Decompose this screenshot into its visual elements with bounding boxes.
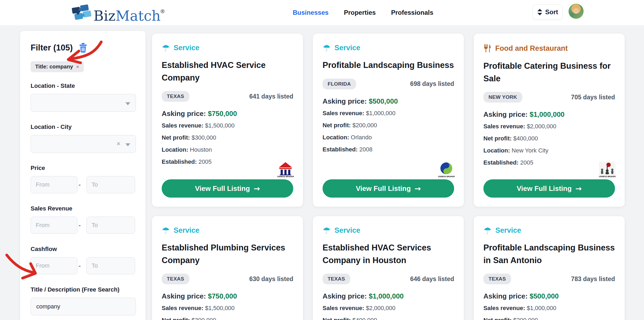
umbrella-icon: ☂ — [483, 227, 491, 235]
card-field: Net profit: $200,000 — [483, 317, 615, 320]
field-value: $500,000 — [530, 292, 559, 300]
card-field: Asking price: $500,000 — [483, 292, 615, 300]
price-to-input[interactable] — [86, 176, 135, 193]
filter-title: Filter (105) — [31, 43, 73, 53]
field-value: 2008 — [359, 146, 372, 153]
listing-card[interactable]: ☂ServiceEstablished HVAC Service Company… — [152, 34, 303, 207]
card-badge-row: FLORIDA698 days listed — [323, 79, 454, 89]
card-field: Location: Houston — [162, 146, 293, 154]
card-title: Profitable Landscaping Business — [323, 59, 454, 72]
field-label: Net profit: — [323, 317, 352, 320]
field-value: $1,000,000 — [527, 305, 556, 311]
state-badge: TEXAS — [162, 91, 189, 102]
field-value: $1,000,000 — [369, 292, 404, 300]
field-label: Net profit: — [162, 317, 191, 320]
card-category-label: Service — [334, 226, 360, 235]
card-field: Net profit: $200,000 — [323, 122, 454, 129]
arrow-right-icon: → — [415, 184, 421, 193]
view-full-listing-button[interactable]: View Full Listing→ — [483, 179, 615, 198]
cashflow-to-input[interactable] — [86, 257, 135, 274]
field-label: Net profit: — [483, 317, 513, 320]
clear-icon[interactable]: × — [117, 140, 121, 148]
free-search-label: Title / Description (Free Search) — [31, 286, 135, 293]
card-field: Sales revenue: $1,000,000 — [323, 110, 454, 117]
listing-card[interactable]: Food and RestaurantProfitable Catering B… — [474, 34, 625, 207]
card-badge-row: NEW YORK705 days listed — [483, 92, 615, 103]
state-badge: NEW YORK — [483, 92, 522, 103]
field-value: $1,500,000 — [205, 122, 234, 129]
state-badge: TEXAS — [323, 274, 350, 284]
field-value: $750,000 — [208, 292, 237, 300]
free-search-input[interactable] — [31, 298, 136, 315]
field-label: Asking price: — [323, 292, 369, 300]
view-full-listing-button[interactable]: View Full Listing→ — [162, 179, 293, 198]
card-field: Sales revenue: $2,000,000 — [483, 123, 615, 130]
active-filter-chip[interactable]: Title: company × — [31, 61, 84, 72]
sales-revenue-from-input[interactable] — [31, 217, 77, 234]
state-badge: TEXAS — [162, 274, 189, 284]
sort-button[interactable]: Sort — [533, 4, 563, 20]
broker-logo: BUSINESS BRAKERS — [438, 162, 455, 179]
field-label: Net profit: — [162, 134, 191, 141]
card-category-row: ☂Service — [162, 226, 293, 235]
cashflow-from-input[interactable] — [31, 257, 77, 274]
trash-icon[interactable] — [79, 43, 88, 53]
card-field: Asking price: $1,000,000 — [323, 292, 454, 300]
card-title: Established HVAC Services Company in Hou… — [323, 242, 454, 267]
nav-tab-properties[interactable]: Properties — [344, 9, 376, 16]
card-badge-row: TEXAS630 days listed — [162, 274, 293, 284]
city-select[interactable]: × — [31, 135, 136, 153]
price-from-input[interactable] — [31, 176, 77, 193]
chip-remove-icon[interactable]: × — [76, 64, 79, 70]
view-listing-label: View Full Listing — [356, 184, 411, 193]
nav-tab-businesses[interactable]: Businesses — [293, 9, 328, 16]
chevron-down-icon — [125, 102, 130, 105]
listing-card[interactable]: ☂ServiceProfitable Landscaping Business … — [474, 216, 625, 320]
card-field: Asking price: $750,000 — [162, 110, 293, 117]
logo-text: BizMatch® — [93, 2, 165, 25]
card-fields: Asking price: $750,000Sales revenue: $1,… — [162, 110, 293, 166]
state-select[interactable] — [31, 94, 136, 112]
card-field: Sales revenue: $1,500,000 — [162, 304, 293, 312]
sort-icon — [537, 9, 542, 16]
field-label: Location: — [483, 147, 512, 154]
view-listing-label: View Full Listing — [517, 184, 572, 193]
svg-text:BUSINESS BRAKERS: BUSINESS BRAKERS — [438, 176, 455, 177]
umbrella-icon: ☂ — [162, 44, 170, 52]
listing-card[interactable]: ☂ServiceProfitable Landscaping BusinessF… — [313, 34, 464, 207]
field-label: Sales revenue: — [162, 305, 205, 311]
field-value: $300,000 — [191, 317, 216, 320]
listing-card[interactable]: ☂ServiceEstablished HVAC Services Compan… — [313, 216, 464, 320]
field-value: $400,000 — [513, 135, 538, 142]
field-value: $1,000,000 — [366, 110, 395, 117]
bizmatch-logo[interactable]: BizMatch® — [70, 2, 165, 25]
price-filter-label: Price — [31, 165, 135, 172]
sales-revenue-filter-label: Sales Revenue — [31, 205, 135, 212]
card-fields: Asking price: $500,000Sales revenue: $1,… — [483, 292, 615, 320]
filter-sidebar: Filter (105) Title: company × Location -… — [20, 31, 146, 320]
card-field: Sales revenue: $2,000,000 — [323, 304, 454, 312]
days-listed: 783 days listed — [571, 275, 615, 283]
field-value: $300,000 — [191, 134, 216, 141]
main-nav: Businesses Properties Professionals — [293, 0, 433, 25]
days-listed: 646 days listed — [410, 275, 454, 283]
field-label: Sales revenue: — [483, 305, 527, 311]
card-title: Profitable Landscaping Business in San A… — [483, 242, 615, 267]
card-category-row: ☂Service — [323, 44, 454, 52]
view-full-listing-button[interactable]: View Full Listing→ — [323, 179, 454, 198]
days-listed: 705 days listed — [571, 94, 615, 101]
listing-card[interactable]: ☂ServiceEstablished Plumbing Services Co… — [152, 216, 303, 320]
field-value: 2005 — [520, 159, 533, 166]
field-label: Asking price: — [162, 110, 208, 118]
field-label: Established: — [162, 158, 198, 165]
range-separator: - — [77, 221, 82, 229]
card-field: Sales revenue: $1,500,000 — [162, 122, 293, 129]
nav-tab-professionals[interactable]: Professionals — [391, 9, 433, 16]
field-value: $1,000,000 — [530, 110, 565, 118]
state-badge: TEXAS — [483, 274, 511, 284]
sales-revenue-to-input[interactable] — [86, 217, 135, 234]
card-field: Location: New York City — [483, 147, 615, 154]
user-avatar[interactable] — [569, 4, 584, 19]
umbrella-icon: ☂ — [162, 227, 170, 235]
card-badge-row: TEXAS783 days listed — [483, 274, 615, 284]
